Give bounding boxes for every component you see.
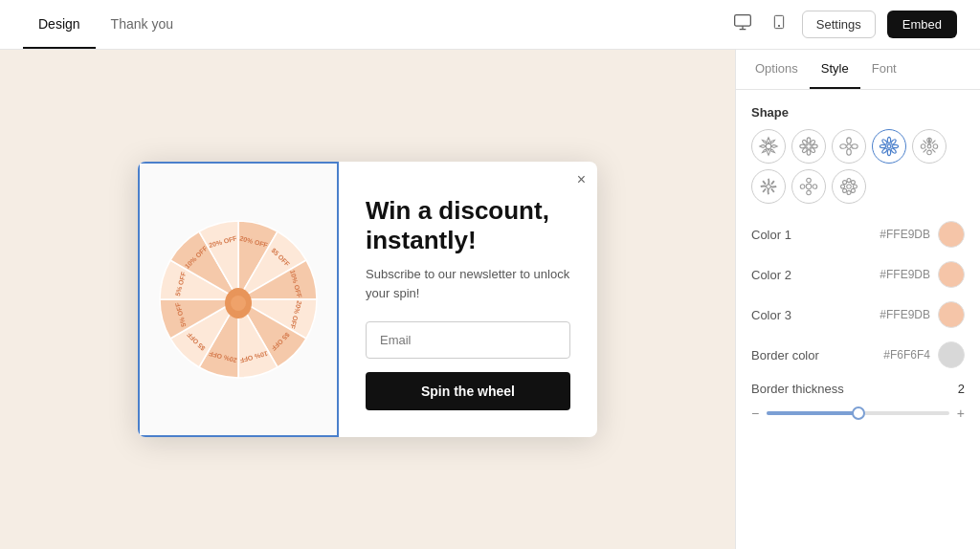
svg-point-49: [813, 185, 817, 189]
shape-1[interactable]: [751, 129, 786, 164]
svg-point-31: [852, 144, 858, 149]
wheel-svg: 5% OFF 10% OFF 20% OFF 20% OFF $5 OFF 10…: [152, 213, 324, 385]
topbar-right: Settings Embed: [729, 9, 957, 40]
tab-options[interactable]: Options: [744, 50, 810, 89]
popup-title: Win a discount, instantly!: [366, 196, 570, 255]
svg-point-30: [840, 144, 846, 149]
svg-point-36: [892, 144, 898, 147]
spin-wheel: 5% OFF 10% OFF 20% OFF 20% OFF $5 OFF 10…: [152, 213, 324, 385]
svg-point-48: [807, 178, 812, 183]
border-thickness-slider-row: − +: [751, 406, 965, 421]
svg-point-59: [843, 188, 847, 192]
mobile-icon[interactable]: [768, 9, 791, 40]
svg-point-33: [887, 137, 890, 143]
slider-track[interactable]: [767, 411, 949, 415]
desktop-icon[interactable]: [729, 9, 756, 40]
border-thickness-value: 2: [958, 382, 965, 396]
shape-section-label: Shape: [751, 105, 965, 120]
tab-style[interactable]: Style: [810, 50, 860, 89]
svg-point-29: [847, 149, 852, 155]
svg-point-46: [767, 185, 771, 189]
settings-button[interactable]: Settings: [802, 11, 876, 38]
svg-point-53: [847, 179, 851, 183]
design-tabs: Design Thank you: [23, 1, 189, 49]
color-row-3: Color 3 #FFE9DB: [751, 301, 965, 328]
color-hex-4: #F6F6F4: [883, 348, 930, 362]
color-row-2: Color 2 #FFE9DB: [751, 261, 965, 288]
slider-minus-icon[interactable]: −: [751, 406, 759, 421]
popup-wheel-panel: 5% OFF 10% OFF 20% OFF 20% OFF $5 OFF 10…: [138, 162, 339, 437]
shape-5[interactable]: [912, 129, 947, 164]
color-swatch-3[interactable]: [938, 301, 965, 328]
svg-point-2: [778, 25, 779, 26]
color-label-1: Color 1: [751, 228, 791, 242]
svg-point-22: [813, 144, 818, 148]
color-label-3: Color 3: [751, 308, 791, 322]
main-layout: ×: [0, 50, 980, 549]
svg-point-56: [841, 185, 845, 188]
top-bar: Design Thank you Settings Embed: [0, 0, 980, 50]
color-right-2: #FFE9DB: [880, 261, 965, 288]
svg-point-45: [921, 144, 925, 149]
popup-modal: ×: [138, 162, 597, 437]
color-hex-3: #FFE9DB: [880, 308, 930, 321]
svg-point-35: [880, 144, 885, 147]
shape-6[interactable]: [751, 169, 786, 204]
border-thickness-row: Border thickness 2: [751, 382, 965, 396]
color-rows: Color 1 #FFE9DB Color 2 #FFE9DB Color 3 …: [751, 221, 965, 368]
canvas-area: ×: [0, 50, 735, 549]
email-input[interactable]: [366, 321, 570, 359]
svg-point-47: [806, 184, 812, 189]
slider-fill: [767, 411, 858, 415]
svg-point-18: [807, 144, 812, 149]
svg-point-34: [887, 149, 890, 155]
slider-plus-icon[interactable]: +: [957, 406, 965, 421]
shape-3[interactable]: [832, 129, 866, 164]
spin-button[interactable]: Spin the wheel: [366, 372, 570, 410]
panel-tabs: Options Style Font: [736, 50, 980, 90]
tab-thankyou[interactable]: Thank you: [96, 1, 189, 49]
color-swatch-2[interactable]: [938, 261, 965, 288]
svg-point-19: [807, 138, 811, 143]
color-right-3: #FFE9DB: [880, 301, 965, 328]
color-label-2: Color 2: [751, 268, 791, 282]
tab-font[interactable]: Font: [860, 50, 908, 89]
color-right-4: #F6F6F4: [883, 341, 965, 368]
color-row-1: Color 1 #FFE9DB: [751, 221, 965, 248]
shapes-grid: [751, 129, 965, 204]
border-thickness-label: Border thickness: [751, 382, 844, 396]
shape-8[interactable]: [832, 169, 866, 204]
slider-thumb[interactable]: [852, 406, 865, 420]
popup-subtitle: Subscribe to our newsletter to unlock yo…: [366, 265, 570, 302]
color-swatch-4[interactable]: [938, 341, 965, 368]
right-panel: Options Style Font Shape: [735, 50, 980, 549]
wheel-center-shape: [225, 288, 252, 318]
shape-2[interactable]: [791, 129, 826, 164]
svg-point-57: [843, 181, 847, 185]
color-swatch-1[interactable]: [938, 221, 965, 248]
svg-point-43: [933, 144, 938, 149]
svg-point-50: [807, 190, 812, 195]
shape-7[interactable]: [791, 169, 826, 204]
shape-4[interactable]: [872, 129, 906, 164]
svg-point-27: [847, 144, 852, 149]
color-label-4: Border color: [751, 348, 819, 362]
svg-point-21: [800, 144, 806, 148]
svg-point-54: [853, 185, 857, 188]
svg-point-32: [887, 144, 891, 148]
color-right-1: #FFE9DB: [880, 221, 965, 248]
color-hex-1: #FFE9DB: [880, 228, 930, 241]
tab-design[interactable]: Design: [23, 1, 96, 49]
svg-point-44: [927, 150, 932, 155]
svg-point-58: [851, 181, 855, 185]
color-hex-2: #FFE9DB: [880, 268, 930, 281]
svg-point-60: [851, 188, 855, 192]
embed-button[interactable]: Embed: [887, 11, 957, 38]
svg-rect-0: [734, 15, 750, 27]
popup-close-button[interactable]: ×: [577, 171, 586, 188]
svg-point-16: [231, 296, 246, 311]
panel-content: Shape: [736, 90, 980, 436]
svg-point-55: [847, 190, 851, 194]
svg-point-28: [847, 138, 852, 143]
color-row-4: Border color #F6F6F4: [751, 341, 965, 368]
